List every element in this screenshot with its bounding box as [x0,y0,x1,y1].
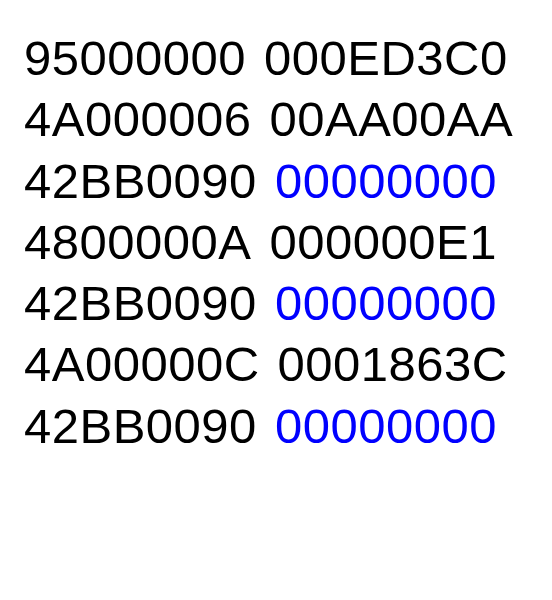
hex-cell-col2: 0001863C [278,334,508,395]
hex-cell-col1: 42BB0090 [24,396,257,457]
hex-cell-col1: 4800000A [24,212,251,273]
hex-row: 4800000A 000000E1 [24,212,528,273]
hex-row: 4A00000C 0001863C [24,334,528,395]
hex-cell-col1: 42BB0090 [24,151,257,212]
hex-dump-list: 95000000 000ED3C0 4A000006 00AA00AA 42BB… [24,28,528,457]
hex-row: 4A000006 00AA00AA [24,89,528,150]
hex-row: 42BB0090 00000000 [24,151,528,212]
hex-cell-col2: 00000000 [275,273,497,334]
hex-row: 95000000 000ED3C0 [24,28,528,89]
hex-cell-col1: 95000000 [24,28,246,89]
hex-cell-col2: 000000E1 [269,212,496,273]
hex-cell-col2: 00AA00AA [269,89,513,150]
hex-cell-col1: 4A00000C [24,334,260,395]
hex-cell-col2: 00000000 [275,396,497,457]
hex-cell-col1: 4A000006 [24,89,251,150]
hex-row: 42BB0090 00000000 [24,396,528,457]
hex-row: 42BB0090 00000000 [24,273,528,334]
hex-cell-col2: 000ED3C0 [264,28,508,89]
hex-cell-col1: 42BB0090 [24,273,257,334]
hex-cell-col2: 00000000 [275,151,497,212]
